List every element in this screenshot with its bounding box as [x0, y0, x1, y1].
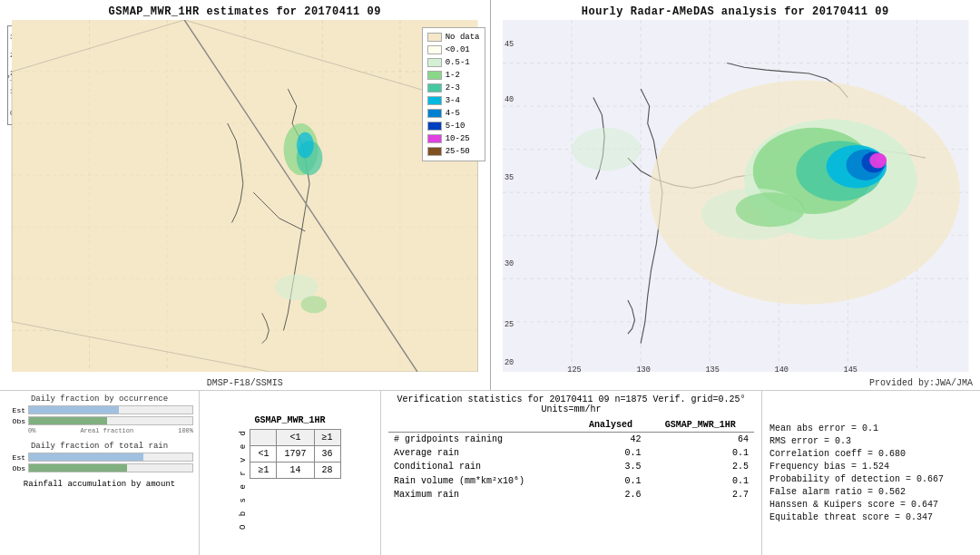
svg-text:35: 35	[504, 173, 513, 182]
svg-text:125: 125	[567, 365, 581, 372]
est-label-1: Est	[5, 406, 25, 414]
contingency-val-lt1-lt1: 1797	[277, 446, 314, 462]
legend-color-10-25	[427, 134, 442, 143]
legend-color-4-5	[427, 109, 442, 118]
verif-cell-gsmap-1: 0.1	[646, 446, 754, 460]
stat-hanssen: Hanssen & Kuipers score = 0.647	[769, 500, 973, 510]
legend-item-10-25: 10-25	[427, 132, 480, 145]
obs-bar-track-2	[28, 463, 193, 472]
legend-color-3-4	[427, 96, 442, 105]
legend-label-05-1: 0.5-1	[446, 56, 470, 69]
svg-text:135: 135	[705, 365, 719, 372]
verif-cell-label-2: Conditional rain	[388, 460, 574, 473]
verif-cell-label-0: # gridpoints raining	[388, 433, 574, 447]
legend-item-5-10: 5-10	[427, 120, 480, 132]
contingency-corner	[250, 430, 277, 446]
total-rain-bars: Est Obs	[5, 453, 193, 472]
legend-item-lt001: <0.01	[427, 44, 480, 56]
svg-text:25: 25	[504, 320, 513, 329]
legend-label-2-3: 2-3	[446, 82, 460, 94]
svg-text:140: 140	[774, 365, 788, 372]
left-map-title: GSMAP_MWR_1HR estimates for 20170411 09	[0, 2, 490, 20]
left-map-svg	[0, 20, 490, 372]
svg-text:30: 30	[504, 259, 513, 268]
legend-label-lt001: <0.01	[446, 44, 470, 56]
obs-bar-fill-2	[29, 464, 127, 472]
stat-rms: RMS error = 0.3	[769, 436, 973, 446]
stat-mean-abs: Mean abs error = 0.1	[769, 424, 973, 433]
verif-cell-gsmap-2: 2.5	[646, 460, 754, 473]
contingency-val-ge1-lt1: 14	[277, 462, 314, 479]
right-map-svg: 45 40 35 30 25 20 125 130 135 140 145	[491, 20, 981, 372]
contingency-wrapper: O b s e r v e d <1 ≥1	[239, 429, 340, 530]
svg-text:45: 45	[504, 40, 513, 49]
stat-false-alarm: False alarm ratio = 0.562	[769, 487, 973, 497]
verif-col-analysed: Analysed	[574, 418, 646, 433]
legend-item-4-5: 4-5	[427, 107, 480, 120]
verif-row-0: # gridpoints raining4264	[388, 433, 754, 447]
legend-label-4-5: 4-5	[446, 107, 460, 120]
right-map-footer: Provided by:JWA/JMA	[491, 378, 981, 388]
top-row: GSMAP_MWR_1HR estimates for 20170411 09 …	[0, 0, 980, 390]
legend-item-nodata: No data	[427, 31, 480, 44]
verif-row-3: Rain volume (mm*km²x10⁶)0.10.1	[388, 473, 754, 488]
svg-point-95	[735, 192, 804, 227]
est-label-2: Est	[5, 453, 25, 462]
stat-freq-bias: Frequency bias = 1.524	[769, 462, 973, 472]
axis-end-1: 100%	[178, 427, 193, 434]
legend-item-2-3: 2-3	[427, 82, 480, 94]
left-map-panel: GSMAP_MWR_1HR estimates for 20170411 09 …	[0, 0, 491, 390]
left-map-footer: DMSP-F18/SSMIS	[0, 378, 490, 388]
verification-area: Verification statistics for 20170411 09 …	[381, 391, 762, 555]
verif-col-label	[388, 418, 574, 433]
verif-col-gsmap: GSMAP_MWR_1HR	[646, 418, 754, 433]
verif-cell-analysed-2: 3.5	[574, 460, 646, 473]
verif-table: Analysed GSMAP_MWR_1HR # gridpoints rain…	[388, 418, 754, 501]
obs-rain-row: Obs	[5, 463, 193, 472]
verif-row-1: Average rain0.10.1	[388, 446, 754, 460]
svg-text:145: 145	[843, 365, 857, 372]
verif-cell-label-1: Average rain	[388, 446, 574, 460]
verif-cell-gsmap-4: 2.7	[646, 488, 754, 501]
verif-cell-label-4: Maximum rain	[388, 488, 574, 501]
contingency-title: GSMAP_MWR_1HR	[254, 415, 325, 425]
stat-correlation: Correlation coeff = 0.680	[769, 449, 973, 459]
contingency-area: GSMAP_MWR_1HR O b s e r v e d <1 ≥1	[200, 391, 381, 555]
verif-cell-gsmap-0: 64	[646, 433, 754, 447]
contingency-val-ge1-ge1: 28	[314, 462, 340, 479]
legend-color-25-50	[427, 147, 442, 156]
legend-color-5-10	[427, 122, 442, 131]
verif-title: Verification statistics for 20170411 09 …	[388, 394, 754, 414]
est-bar-track-1	[28, 405, 193, 414]
contingency-row-label-lt1: <1	[250, 446, 277, 462]
svg-point-93	[875, 154, 885, 164]
contingency-row-lt1: <1 1797 36	[250, 446, 340, 462]
contingency-val-lt1-ge1: 36	[314, 446, 340, 462]
legend-color-nodata	[427, 33, 442, 42]
bottom-row: Daily fraction by occurrence Est Obs 0%	[0, 390, 980, 555]
contingency-col-ge1: ≥1	[314, 430, 340, 446]
svg-text:130: 130	[636, 365, 650, 372]
axis-labels-1: 0% Areal fraction 100%	[5, 427, 193, 434]
legend-item-25-50: 25-50	[427, 145, 480, 158]
svg-point-58	[301, 296, 328, 313]
stat-pod: Probability of detection = 0.667	[769, 474, 973, 484]
rainfall-title: Rainfall accumulation by amount	[5, 480, 193, 489]
legend-item-1-2: 1-2	[427, 69, 480, 82]
est-bar-track-2	[28, 453, 193, 462]
total-rain-chart-title: Daily fraction of total rain	[5, 442, 193, 451]
right-map-title: Hourly Radar-AMeDAS analysis for 2017041…	[491, 2, 981, 20]
legend-item-05-1: 0.5-1	[427, 56, 480, 69]
verif-cell-analysed-1: 0.1	[574, 446, 646, 460]
svg-point-56	[297, 132, 314, 159]
est-bar-fill-1	[29, 406, 119, 414]
verif-cell-analysed-4: 2.6	[574, 488, 646, 501]
legend-label-25-50: 25-50	[446, 145, 470, 158]
contingency-col-lt1: <1	[277, 430, 314, 446]
observed-label-col: O b s e r v e d	[239, 429, 248, 530]
axis-label-1: Areal fraction	[80, 427, 133, 434]
verif-cell-analysed-3: 0.1	[574, 473, 646, 488]
verif-cell-analysed-0: 42	[574, 433, 646, 447]
stat-equitable: Equitable threat score = 0.347	[769, 512, 973, 522]
obs-occurrence-row: Obs	[5, 416, 193, 425]
